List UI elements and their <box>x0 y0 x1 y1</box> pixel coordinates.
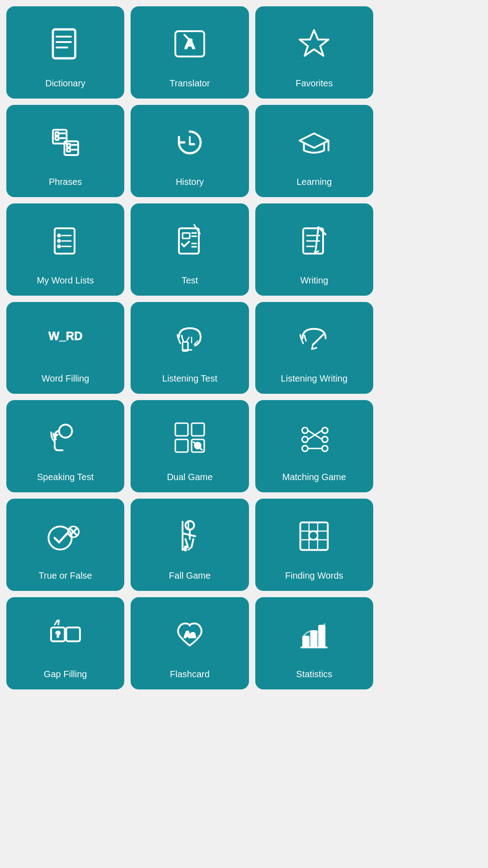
translator-label: Translator <box>169 78 210 89</box>
tile-word-filling[interactable]: W_RDWord Filling <box>6 302 124 394</box>
svg-line-45 <box>316 227 319 249</box>
svg-rect-4 <box>53 29 75 58</box>
tile-gap-filling[interactable]: ?Gap Filling <box>6 597 124 689</box>
history-icon <box>135 113 244 172</box>
listening-test-icon <box>135 310 244 369</box>
test-label: Test <box>182 275 198 286</box>
svg-point-64 <box>322 428 328 434</box>
tile-flashcard[interactable]: AaFlashcard <box>131 597 249 689</box>
tile-finding-words[interactable]: Finding Words <box>255 499 373 591</box>
listening-test-label: Listening Test <box>162 373 217 384</box>
dictionary-label: Dictionary <box>45 78 85 89</box>
test-icon <box>135 212 244 270</box>
svg-point-62 <box>302 437 308 443</box>
svg-point-31 <box>58 245 60 247</box>
tile-listening-writing[interactable]: Listening Writing <box>255 302 373 394</box>
writing-label: Writing <box>300 275 328 286</box>
tile-my-word-lists[interactable]: My Word Lists <box>6 203 124 296</box>
tile-test[interactable]: Test <box>131 203 249 296</box>
phrases-label: Phrases <box>49 176 82 187</box>
tile-history[interactable]: History <box>131 105 249 197</box>
svg-rect-33 <box>183 233 190 238</box>
svg-line-78 <box>192 539 193 547</box>
svg-point-61 <box>302 428 308 434</box>
svg-point-63 <box>302 446 308 452</box>
listening-writing-label: Listening Writing <box>281 373 347 384</box>
tile-fall-game[interactable]: Fall Game <box>131 499 249 591</box>
svg-text:W_RD: W_RD <box>48 330 82 342</box>
tile-speaking-test[interactable]: Speaking Test <box>6 400 124 492</box>
learning-icon <box>260 113 369 172</box>
speaking-test-label: Speaking Test <box>37 472 94 482</box>
matching-game-icon <box>260 408 369 467</box>
writing-icon <box>260 212 369 270</box>
tile-statistics[interactable]: Statistics <box>255 597 373 689</box>
tile-dictionary[interactable]: Dictionary <box>6 6 124 99</box>
tile-dual-game[interactable]: Dual Game <box>131 400 249 492</box>
svg-line-93 <box>55 620 57 625</box>
svg-point-30 <box>58 240 60 242</box>
svg-line-81 <box>188 547 192 550</box>
flashcard-label: Flashcard <box>170 669 210 679</box>
fall-game-label: Fall Game <box>169 570 211 581</box>
svg-rect-84 <box>300 523 328 550</box>
svg-rect-11 <box>55 137 58 140</box>
gap-filling-icon: ? <box>11 605 120 664</box>
svg-point-89 <box>309 531 318 540</box>
true-or-false-icon <box>11 507 120 566</box>
svg-line-52 <box>316 335 323 342</box>
svg-rect-10 <box>55 132 58 135</box>
true-or-false-label: True or False <box>39 570 92 581</box>
app-grid: DictionaryATranslatorFavoritesPhrasesHis… <box>0 0 380 696</box>
svg-rect-16 <box>67 148 70 151</box>
tile-listening-test[interactable]: Listening Test <box>131 302 249 394</box>
svg-rect-56 <box>192 423 204 436</box>
dictionary-icon <box>11 14 120 73</box>
svg-rect-97 <box>303 637 309 647</box>
fall-game-icon <box>135 507 244 566</box>
tile-phrases[interactable]: Phrases <box>6 105 124 197</box>
svg-rect-98 <box>311 631 317 647</box>
finding-words-icon <box>260 507 369 566</box>
listening-writing-icon <box>260 310 369 369</box>
finding-words-label: Finding Words <box>285 570 343 581</box>
svg-point-74 <box>185 521 194 530</box>
tile-matching-game[interactable]: Matching Game <box>255 400 373 492</box>
translator-icon: A <box>135 14 244 73</box>
history-label: History <box>176 176 204 187</box>
svg-rect-57 <box>175 439 188 452</box>
tile-true-or-false[interactable]: True or False <box>6 499 124 591</box>
svg-rect-0 <box>53 29 75 58</box>
tile-learning[interactable]: Learning <box>255 105 373 197</box>
tile-favorites[interactable]: Favorites <box>255 6 373 99</box>
statistics-icon <box>260 605 369 664</box>
my-word-lists-label: My Word Lists <box>37 275 94 286</box>
dual-game-label: Dual Game <box>167 472 212 482</box>
svg-text:Aa: Aa <box>184 630 196 639</box>
svg-point-66 <box>322 446 328 452</box>
speaking-test-icon <box>11 408 120 467</box>
word-filling-icon: W_RD <box>11 310 120 369</box>
flashcard-icon: Aa <box>135 605 244 664</box>
svg-line-48 <box>186 337 189 342</box>
learning-label: Learning <box>296 176 332 187</box>
gap-filling-label: Gap Filling <box>44 669 87 679</box>
svg-line-94 <box>58 620 59 625</box>
svg-rect-91 <box>66 627 80 641</box>
favorites-label: Favorites <box>296 78 333 89</box>
my-word-lists-icon <box>11 212 120 270</box>
matching-game-label: Matching Game <box>282 472 346 482</box>
svg-point-54 <box>59 425 72 438</box>
svg-text:?: ? <box>56 631 60 638</box>
svg-marker-8 <box>300 30 328 56</box>
tile-writing[interactable]: Writing <box>255 203 373 296</box>
favorites-icon <box>260 14 369 73</box>
svg-point-29 <box>58 234 60 236</box>
phrases-icon <box>11 113 120 172</box>
svg-rect-15 <box>67 144 70 147</box>
dual-game-icon <box>135 408 244 467</box>
svg-rect-55 <box>175 423 188 436</box>
tile-translator[interactable]: ATranslator <box>131 6 249 99</box>
statistics-label: Statistics <box>296 669 332 679</box>
word-filling-label: Word Filling <box>42 373 89 384</box>
